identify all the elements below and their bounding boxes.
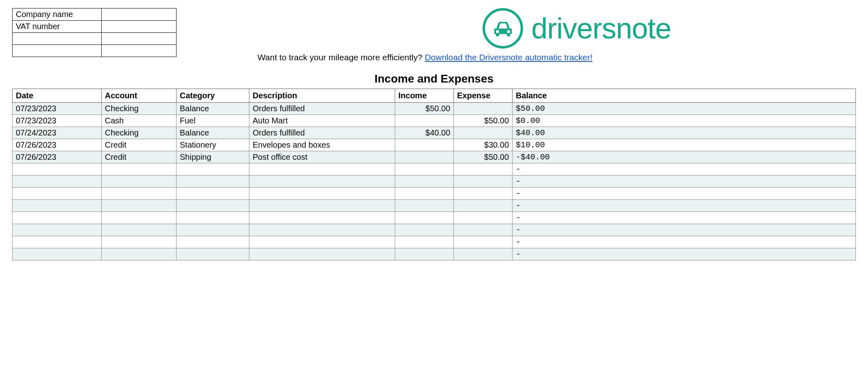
cell-balance[interactable]: - — [513, 163, 856, 176]
cell-balance[interactable]: - — [513, 248, 856, 261]
cell-description[interactable]: Post office cost — [249, 151, 395, 163]
cell-category[interactable] — [177, 224, 249, 236]
vat-value[interactable] — [102, 21, 177, 33]
cell-date[interactable] — [13, 188, 102, 200]
cell-expense[interactable] — [454, 248, 513, 261]
cell-description[interactable] — [249, 212, 395, 224]
cell-balance[interactable]: - — [513, 188, 856, 200]
cell-balance[interactable]: - — [513, 224, 856, 236]
cell-description[interactable] — [249, 248, 395, 261]
cell-balance[interactable]: -$40.00 — [513, 151, 856, 163]
cell-account[interactable]: Credit — [102, 151, 177, 163]
cell-description[interactable]: Envelopes and boxes — [249, 139, 395, 151]
cell-balance[interactable]: - — [513, 176, 856, 188]
cell-balance[interactable]: $40.00 — [513, 127, 856, 139]
cell-expense[interactable] — [454, 200, 513, 212]
cell-account[interactable] — [102, 188, 177, 200]
cell-category[interactable]: Fuel — [177, 115, 249, 127]
cell-income[interactable]: $40.00 — [395, 127, 454, 139]
cell-date[interactable] — [13, 200, 102, 212]
cell-expense[interactable] — [454, 176, 513, 188]
cell-description[interactable] — [249, 224, 395, 236]
cell-income[interactable] — [395, 176, 454, 188]
cell-expense[interactable] — [454, 236, 513, 248]
cell-date[interactable] — [13, 224, 102, 236]
cell-account[interactable]: Checking — [102, 103, 177, 115]
cell-balance[interactable]: $10.00 — [513, 139, 856, 151]
cell-income[interactable] — [395, 224, 454, 236]
cell-account[interactable] — [102, 248, 177, 261]
cell-income[interactable] — [395, 236, 454, 248]
cell-category[interactable] — [177, 188, 249, 200]
cell-category[interactable]: Shipping — [177, 151, 249, 163]
cell-account[interactable] — [102, 224, 177, 236]
promo-line: Want to track your mileage more efficien… — [257, 53, 593, 62]
cell-description[interactable]: Auto Mart — [249, 115, 395, 127]
ledger-table: Date Account Category Description Income… — [12, 89, 856, 261]
company-name-value[interactable] — [102, 8, 177, 21]
cell-category[interactable]: Stationery — [177, 139, 249, 151]
cell-income[interactable] — [395, 163, 454, 176]
cell-income[interactable]: $50.00 — [395, 103, 454, 115]
cell-date[interactable]: 07/26/2023 — [13, 139, 102, 151]
cell-date[interactable]: 07/23/2023 — [13, 103, 102, 115]
cell-expense[interactable] — [454, 127, 513, 139]
cell-date[interactable]: 07/23/2023 — [13, 115, 102, 127]
cell-expense[interactable]: $30.00 — [454, 139, 513, 151]
cell-description[interactable]: Orders fulfilled — [249, 103, 395, 115]
cell-description[interactable]: Orders fulfilled — [249, 127, 395, 139]
cell-category[interactable] — [177, 176, 249, 188]
cell-description[interactable] — [249, 176, 395, 188]
cell-expense[interactable] — [454, 224, 513, 236]
cell-income[interactable] — [395, 200, 454, 212]
cell-balance[interactable]: $50.00 — [513, 103, 856, 115]
cell-description[interactable] — [249, 163, 395, 176]
cell-category[interactable] — [177, 248, 249, 261]
cell-category[interactable] — [177, 163, 249, 176]
cell-date[interactable] — [13, 248, 102, 261]
cell-account[interactable] — [102, 236, 177, 248]
cell-category[interactable] — [177, 212, 249, 224]
cell-category[interactable] — [177, 200, 249, 212]
table-row: 07/26/2023CreditStationeryEnvelopes and … — [13, 139, 856, 151]
cell-income[interactable] — [395, 212, 454, 224]
cell-expense[interactable] — [454, 212, 513, 224]
cell-income[interactable] — [395, 115, 454, 127]
cell-date[interactable]: 07/24/2023 — [13, 127, 102, 139]
extra-value-1[interactable] — [102, 33, 177, 45]
cell-date[interactable]: 07/26/2023 — [13, 151, 102, 163]
cell-balance[interactable]: $0.00 — [513, 115, 856, 127]
cell-description[interactable] — [249, 188, 395, 200]
cell-account[interactable]: Cash — [102, 115, 177, 127]
cell-date[interactable] — [13, 176, 102, 188]
cell-account[interactable] — [102, 200, 177, 212]
cell-account[interactable] — [102, 163, 177, 176]
promo-link[interactable]: Download the Driversnote automatic track… — [425, 53, 592, 62]
cell-expense[interactable]: $50.00 — [454, 115, 513, 127]
cell-date[interactable] — [13, 236, 102, 248]
cell-expense[interactable] — [454, 103, 513, 115]
cell-description[interactable] — [249, 200, 395, 212]
cell-category[interactable]: Balance — [177, 103, 249, 115]
extra-value-2[interactable] — [102, 45, 177, 57]
cell-balance[interactable]: - — [513, 200, 856, 212]
cell-income[interactable] — [395, 248, 454, 261]
cell-expense[interactable] — [454, 188, 513, 200]
cell-income[interactable] — [395, 188, 454, 200]
cell-income[interactable] — [395, 151, 454, 163]
cell-account[interactable] — [102, 176, 177, 188]
cell-account[interactable]: Credit — [102, 139, 177, 151]
cell-date[interactable] — [13, 212, 102, 224]
cell-expense[interactable]: $50.00 — [454, 151, 513, 163]
cell-balance[interactable]: - — [513, 212, 856, 224]
header-category: Category — [177, 89, 249, 103]
cell-account[interactable]: Checking — [102, 127, 177, 139]
cell-date[interactable] — [13, 163, 102, 176]
cell-account[interactable] — [102, 212, 177, 224]
cell-category[interactable] — [177, 236, 249, 248]
cell-category[interactable]: Balance — [177, 127, 249, 139]
cell-balance[interactable]: - — [513, 236, 856, 248]
cell-expense[interactable] — [454, 163, 513, 176]
cell-income[interactable] — [395, 139, 454, 151]
cell-description[interactable] — [249, 236, 395, 248]
